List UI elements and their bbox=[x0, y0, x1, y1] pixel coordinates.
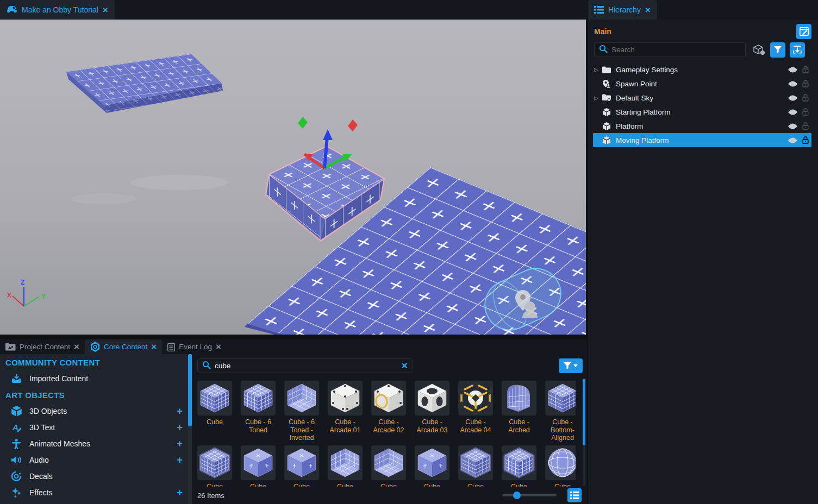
asset-tile[interactable]: Cube - 6 Toned bbox=[239, 381, 278, 442]
sidebar-item-animated-meshes[interactable]: Animated Meshes+ bbox=[0, 436, 189, 452]
hierarchy-item-gameplay-settings[interactable]: ▷ Gameplay Settings bbox=[593, 62, 811, 77]
asset-tile[interactable]: Cube - Arcade 03 bbox=[413, 381, 452, 442]
lock-icon[interactable] bbox=[800, 80, 811, 87]
collapse-all-button[interactable] bbox=[790, 42, 805, 58]
asset-tile[interactable]: Cube - Arcade 04 bbox=[456, 381, 495, 442]
sidebar-item-audio[interactable]: Audio+ bbox=[0, 452, 189, 468]
asset-label: Cube - Arcade 03 bbox=[413, 418, 452, 434]
content-tab-label: Event Log bbox=[179, 343, 212, 351]
content-panel: COMMUNITY CONTENT Imported ContentART OB… bbox=[0, 354, 587, 504]
asset-tile[interactable]: Cube bbox=[282, 445, 321, 487]
hierarchy-item-starting-platform[interactable]: Starting Platform bbox=[593, 105, 811, 119]
close-icon[interactable]: × bbox=[216, 342, 221, 351]
asset-label: Cube bbox=[294, 483, 310, 487]
hierarchy-item-platform[interactable]: Platform bbox=[593, 119, 811, 133]
asset-filter-button[interactable] bbox=[559, 358, 583, 373]
sidebar-item-3d-text[interactable]: A 3D Text+ bbox=[0, 419, 189, 436]
gamepad-icon bbox=[7, 6, 17, 14]
text3d-icon: A bbox=[10, 423, 23, 432]
asset-label: Cube bbox=[467, 483, 484, 487]
asset-tile[interactable]: Cube - Arcade 01 bbox=[326, 381, 365, 442]
eye-icon[interactable] bbox=[785, 67, 800, 73]
add-icon[interactable]: + bbox=[177, 487, 183, 499]
eye-icon[interactable] bbox=[785, 81, 800, 87]
grid-statusbar: 26 Items bbox=[192, 487, 587, 504]
hierarchy-tree: ▷ Gameplay Settings Spawn Point ▷ Defaul… bbox=[593, 62, 811, 147]
lock-icon[interactable] bbox=[800, 108, 811, 116]
lock-icon[interactable] bbox=[800, 94, 811, 102]
eye-icon[interactable] bbox=[785, 95, 800, 101]
expand-arrow-icon[interactable]: ▷ bbox=[594, 67, 602, 73]
sidebar-item-3d-objects[interactable]: 3D Objects+ bbox=[0, 403, 189, 419]
viewport-3d[interactable]: X Z Y bbox=[0, 20, 586, 335]
view-mode-button[interactable] bbox=[567, 488, 582, 502]
asset-label: Cube bbox=[250, 483, 266, 487]
close-icon[interactable]: × bbox=[151, 342, 157, 351]
asset-tile[interactable]: Cube bbox=[326, 445, 365, 487]
sidebar-item-imported-content[interactable]: Imported Content bbox=[0, 370, 189, 387]
grid-scrollbar[interactable] bbox=[583, 379, 585, 486]
hierarchy-item-moving-platform[interactable]: Moving Platform bbox=[593, 133, 811, 147]
slider-knob[interactable] bbox=[513, 492, 521, 499]
eye-icon[interactable] bbox=[785, 123, 800, 129]
asset-tile[interactable]: Cube bbox=[499, 445, 539, 487]
content-tab-project-content[interactable]: Project Content × bbox=[0, 339, 85, 354]
asset-tile[interactable]: Cube - Bottom-Aligned bbox=[543, 381, 576, 442]
asset-tile[interactable]: Cube bbox=[369, 445, 408, 487]
asset-tile[interactable]: Cube - 6 Toned - Inverted bbox=[282, 381, 321, 442]
hierarchy-item-spawn-point[interactable]: Spawn Point bbox=[593, 77, 811, 91]
thumbnail-size-slider[interactable] bbox=[502, 494, 557, 496]
asset-thumbnail bbox=[371, 445, 406, 480]
asset-thumbnail bbox=[458, 381, 493, 415]
spawn-icon bbox=[602, 80, 611, 88]
asset-tile[interactable]: Cube bbox=[195, 381, 234, 442]
tab-world[interactable]: Make an Obby Tutorial × bbox=[0, 0, 115, 20]
asset-grid-row: Cube Cube Cube Cube Cube bbox=[195, 445, 576, 487]
clear-search-icon[interactable]: ✕ bbox=[401, 361, 408, 371]
asset-tile[interactable]: Cube bbox=[195, 445, 234, 487]
add-icon[interactable]: + bbox=[177, 421, 183, 433]
asset-label: Cube - Arched bbox=[499, 418, 539, 434]
expand-arrow-icon[interactable]: ▷ bbox=[594, 95, 602, 101]
close-icon[interactable]: × bbox=[74, 342, 79, 351]
close-icon[interactable]: × bbox=[645, 5, 651, 15]
scene-settings-button[interactable] bbox=[796, 24, 811, 39]
asset-tile[interactable]: Cube bbox=[413, 445, 452, 487]
panel-divider bbox=[0, 335, 587, 339]
sidebar-item-label: Decals bbox=[29, 472, 53, 481]
add-icon[interactable]: + bbox=[177, 454, 183, 466]
core-hexagon-icon bbox=[90, 342, 100, 352]
lock-icon[interactable] bbox=[800, 136, 811, 144]
tab-hierarchy[interactable]: Hierarchy × bbox=[588, 0, 657, 20]
asset-tile[interactable]: Cube bbox=[456, 445, 495, 487]
asset-label: Cube bbox=[207, 483, 223, 487]
asset-tile[interactable]: Cube bbox=[239, 445, 278, 487]
add-icon[interactable]: + bbox=[177, 405, 183, 417]
asset-tile[interactable]: Cube bbox=[543, 445, 576, 487]
asset-tile[interactable]: Cube - Arcade 02 bbox=[369, 381, 408, 442]
hierarchy-filter-button[interactable] bbox=[770, 42, 785, 58]
event-log-icon bbox=[167, 343, 175, 351]
asset-label: Cube bbox=[424, 483, 440, 487]
sidebar-item-decals[interactable]: Decals bbox=[0, 468, 189, 484]
asset-thumbnail bbox=[371, 381, 406, 415]
asset-search-input[interactable] bbox=[215, 362, 401, 370]
add-icon[interactable]: + bbox=[177, 438, 183, 450]
asset-tile[interactable]: Cube - Arched bbox=[499, 381, 539, 442]
import-icon bbox=[10, 374, 23, 383]
sidebar-item-label: 3D Text bbox=[29, 423, 55, 432]
eye-icon[interactable] bbox=[785, 109, 800, 115]
sidebar-scrollbar[interactable] bbox=[188, 354, 192, 504]
lock-icon[interactable] bbox=[800, 66, 811, 73]
lock-icon[interactable] bbox=[800, 122, 811, 130]
content-tab-event-log[interactable]: Event Log × bbox=[162, 339, 227, 354]
hierarchy-item-default-sky[interactable]: ▷ Default Sky bbox=[593, 91, 811, 105]
cube-dot-icon[interactable] bbox=[753, 45, 766, 55]
hierarchy-search-input[interactable] bbox=[611, 46, 741, 54]
sidebar-item-effects[interactable]: Effects+ bbox=[0, 484, 189, 501]
close-icon[interactable]: × bbox=[103, 5, 108, 15]
eye-icon[interactable] bbox=[785, 137, 800, 143]
content-tab-core-content[interactable]: Core Content × bbox=[85, 339, 162, 354]
hierarchy-item-label: Platform bbox=[616, 122, 785, 130]
asset-searchbox: ✕ bbox=[197, 358, 413, 373]
